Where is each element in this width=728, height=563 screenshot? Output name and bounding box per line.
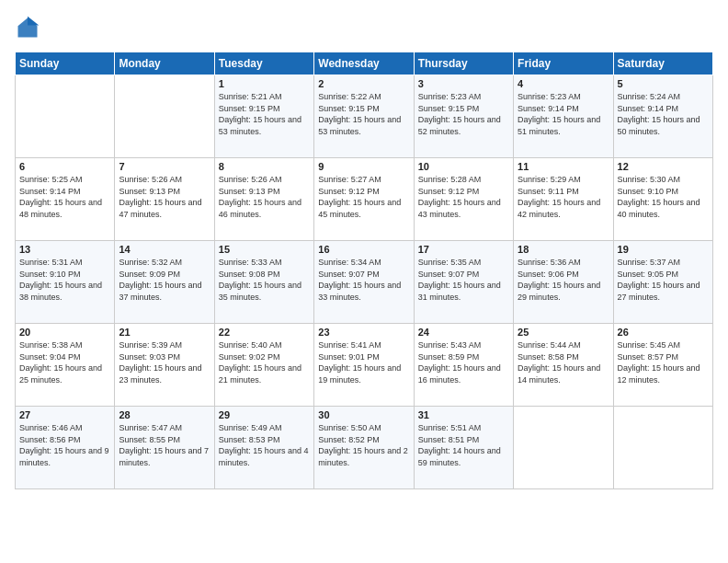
calendar-cell: 6Sunrise: 5:25 AMSunset: 9:14 PMDaylight… (16, 158, 115, 241)
day-number: 12 (618, 161, 709, 172)
calendar-cell: 23Sunrise: 5:41 AMSunset: 9:01 PMDayligh… (314, 324, 414, 407)
day-number: 11 (518, 161, 609, 172)
day-info: Sunrise: 5:30 AMSunset: 9:10 PMDaylight:… (618, 174, 709, 220)
calendar-week-row-3: 13Sunrise: 5:31 AMSunset: 9:10 PMDayligh… (16, 241, 713, 324)
day-info: Sunrise: 5:37 AMSunset: 9:05 PMDaylight:… (618, 257, 709, 303)
day-info: Sunrise: 5:43 AMSunset: 8:59 PMDaylight:… (418, 339, 509, 385)
day-info: Sunrise: 5:24 AMSunset: 9:14 PMDaylight:… (618, 91, 709, 137)
day-number: 19 (618, 244, 709, 255)
calendar-cell: 28Sunrise: 5:47 AMSunset: 8:55 PMDayligh… (115, 407, 214, 489)
calendar-cell: 9Sunrise: 5:27 AMSunset: 9:12 PMDaylight… (314, 158, 414, 241)
calendar-cell: 7Sunrise: 5:26 AMSunset: 9:13 PMDaylight… (115, 158, 214, 241)
calendar-cell: 4Sunrise: 5:23 AMSunset: 9:14 PMDaylight… (514, 75, 613, 158)
day-number: 23 (318, 327, 409, 338)
day-info: Sunrise: 5:22 AMSunset: 9:15 PMDaylight:… (318, 91, 409, 137)
calendar-week-row-5: 27Sunrise: 5:46 AMSunset: 8:56 PMDayligh… (16, 407, 713, 489)
day-info: Sunrise: 5:45 AMSunset: 8:57 PMDaylight:… (618, 339, 709, 385)
day-number: 22 (219, 327, 310, 338)
calendar-cell (115, 75, 214, 158)
day-info: Sunrise: 5:23 AMSunset: 9:14 PMDaylight:… (518, 91, 609, 137)
calendar-cell: 16Sunrise: 5:34 AMSunset: 9:07 PMDayligh… (314, 241, 414, 324)
calendar-cell: 31Sunrise: 5:51 AMSunset: 8:51 PMDayligh… (414, 407, 513, 489)
day-info: Sunrise: 5:25 AMSunset: 9:14 PMDaylight:… (19, 174, 110, 220)
col-wednesday: Wednesday (314, 52, 414, 75)
day-number: 28 (119, 409, 210, 420)
calendar-cell: 17Sunrise: 5:35 AMSunset: 9:07 PMDayligh… (414, 241, 513, 324)
calendar-table: Sunday Monday Tuesday Wednesday Thursday… (15, 52, 713, 489)
calendar-cell (16, 75, 115, 158)
day-info: Sunrise: 5:32 AMSunset: 9:09 PMDaylight:… (119, 257, 210, 303)
day-number: 15 (219, 244, 310, 255)
calendar-cell: 1Sunrise: 5:21 AMSunset: 9:15 PMDaylight… (214, 75, 313, 158)
day-number: 16 (318, 244, 409, 255)
day-info: Sunrise: 5:33 AMSunset: 9:08 PMDaylight:… (219, 257, 310, 303)
day-number: 27 (19, 409, 110, 420)
day-info: Sunrise: 5:26 AMSunset: 9:13 PMDaylight:… (219, 174, 310, 220)
calendar-cell: 15Sunrise: 5:33 AMSunset: 9:08 PMDayligh… (214, 241, 313, 324)
calendar-cell: 5Sunrise: 5:24 AMSunset: 9:14 PMDaylight… (613, 75, 712, 158)
day-info: Sunrise: 5:28 AMSunset: 9:12 PMDaylight:… (418, 174, 509, 220)
day-info: Sunrise: 5:47 AMSunset: 8:55 PMDaylight:… (119, 422, 210, 468)
day-info: Sunrise: 5:44 AMSunset: 8:58 PMDaylight:… (518, 339, 609, 385)
day-info: Sunrise: 5:23 AMSunset: 9:15 PMDaylight:… (418, 91, 509, 137)
day-info: Sunrise: 5:35 AMSunset: 9:07 PMDaylight:… (418, 257, 509, 303)
calendar-cell: 30Sunrise: 5:50 AMSunset: 8:52 PMDayligh… (314, 407, 414, 489)
day-number: 4 (518, 78, 609, 89)
svg-marker-1 (28, 17, 39, 26)
calendar-week-row-1: 1Sunrise: 5:21 AMSunset: 9:15 PMDaylight… (16, 75, 713, 158)
calendar-cell: 27Sunrise: 5:46 AMSunset: 8:56 PMDayligh… (16, 407, 115, 489)
day-number: 1 (219, 78, 310, 89)
day-info: Sunrise: 5:46 AMSunset: 8:56 PMDaylight:… (19, 422, 110, 468)
calendar-cell: 19Sunrise: 5:37 AMSunset: 9:05 PMDayligh… (613, 241, 712, 324)
calendar-cell: 29Sunrise: 5:49 AMSunset: 8:53 PMDayligh… (214, 407, 313, 489)
day-number: 8 (219, 161, 310, 172)
calendar-cell: 26Sunrise: 5:45 AMSunset: 8:57 PMDayligh… (613, 324, 712, 407)
calendar-cell: 22Sunrise: 5:40 AMSunset: 9:02 PMDayligh… (214, 324, 313, 407)
day-info: Sunrise: 5:34 AMSunset: 9:07 PMDaylight:… (318, 257, 409, 303)
calendar-cell: 11Sunrise: 5:29 AMSunset: 9:11 PMDayligh… (514, 158, 613, 241)
calendar-cell: 14Sunrise: 5:32 AMSunset: 9:09 PMDayligh… (115, 241, 214, 324)
day-number: 5 (618, 78, 709, 89)
day-number: 18 (518, 244, 609, 255)
col-saturday: Saturday (613, 52, 712, 75)
calendar-cell: 18Sunrise: 5:36 AMSunset: 9:06 PMDayligh… (514, 241, 613, 324)
col-sunday: Sunday (16, 52, 115, 75)
calendar-cell: 8Sunrise: 5:26 AMSunset: 9:13 PMDaylight… (214, 158, 313, 241)
day-number: 7 (119, 161, 210, 172)
day-number: 30 (318, 409, 409, 420)
day-number: 20 (19, 327, 110, 338)
day-info: Sunrise: 5:27 AMSunset: 9:12 PMDaylight:… (318, 174, 409, 220)
day-info: Sunrise: 5:39 AMSunset: 9:03 PMDaylight:… (119, 339, 210, 385)
calendar-cell: 20Sunrise: 5:38 AMSunset: 9:04 PMDayligh… (16, 324, 115, 407)
calendar-cell: 13Sunrise: 5:31 AMSunset: 9:10 PMDayligh… (16, 241, 115, 324)
calendar-cell: 24Sunrise: 5:43 AMSunset: 8:59 PMDayligh… (414, 324, 513, 407)
calendar-cell (613, 407, 712, 489)
day-number: 10 (418, 161, 509, 172)
day-number: 14 (119, 244, 210, 255)
col-thursday: Thursday (414, 52, 513, 75)
day-number: 2 (318, 78, 409, 89)
col-tuesday: Tuesday (214, 52, 313, 75)
day-info: Sunrise: 5:21 AMSunset: 9:15 PMDaylight:… (219, 91, 310, 137)
day-number: 21 (119, 327, 210, 338)
day-info: Sunrise: 5:26 AMSunset: 9:13 PMDaylight:… (119, 174, 210, 220)
calendar-cell: 21Sunrise: 5:39 AMSunset: 9:03 PMDayligh… (115, 324, 214, 407)
calendar-cell: 10Sunrise: 5:28 AMSunset: 9:12 PMDayligh… (414, 158, 513, 241)
page-header (15, 15, 713, 40)
day-number: 26 (618, 327, 709, 338)
calendar-cell: 2Sunrise: 5:22 AMSunset: 9:15 PMDaylight… (314, 75, 414, 158)
logo (15, 15, 44, 40)
day-number: 13 (19, 244, 110, 255)
col-friday: Friday (514, 52, 613, 75)
day-info: Sunrise: 5:38 AMSunset: 9:04 PMDaylight:… (19, 339, 110, 385)
calendar-cell: 25Sunrise: 5:44 AMSunset: 8:58 PMDayligh… (514, 324, 613, 407)
calendar-week-row-4: 20Sunrise: 5:38 AMSunset: 9:04 PMDayligh… (16, 324, 713, 407)
day-number: 17 (418, 244, 509, 255)
calendar-cell (514, 407, 613, 489)
day-info: Sunrise: 5:50 AMSunset: 8:52 PMDaylight:… (318, 422, 409, 468)
day-info: Sunrise: 5:41 AMSunset: 9:01 PMDaylight:… (318, 339, 409, 385)
calendar-week-row-2: 6Sunrise: 5:25 AMSunset: 9:14 PMDaylight… (16, 158, 713, 241)
calendar-cell: 12Sunrise: 5:30 AMSunset: 9:10 PMDayligh… (613, 158, 712, 241)
day-number: 29 (219, 409, 310, 420)
day-info: Sunrise: 5:29 AMSunset: 9:11 PMDaylight:… (518, 174, 609, 220)
